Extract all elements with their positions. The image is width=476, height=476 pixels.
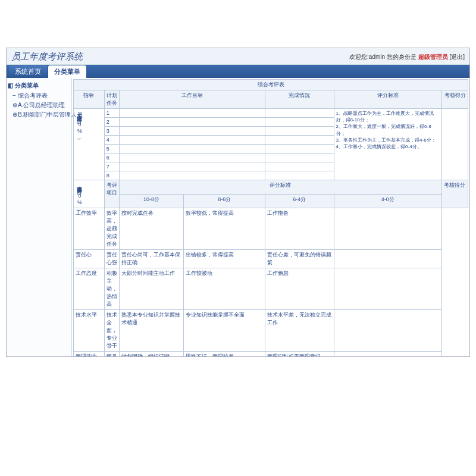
plus-icon[interactable]: ⊕ (12, 111, 18, 118)
item-cell: 预见性强，管理规范 (104, 352, 119, 357)
sidebar: ◧ 分类菜单 −综合考评表 ⊕A.公司总经理助理 ⊕B.职能部门中层管理人员 (7, 78, 72, 356)
item-cell: 专业知识技能掌握不全面 (184, 310, 265, 352)
tab-category-menu[interactable]: 分类菜单 (48, 65, 86, 78)
evaluation-table: 综合考评表 指标 计划任务 工作目标 完成情况 评分标准 考核得分 工作业绩考评… (73, 79, 468, 356)
item-row: 工作态度积极主动，热情高大部分时间能主动工作工作较被动工作懈怠 (74, 268, 468, 310)
plus-icon[interactable]: ⊕ (12, 102, 18, 108)
item-cell: 工作较被动 (184, 268, 265, 310)
item-cell: 思路不清，管理较差 (184, 352, 265, 357)
tab-home[interactable]: 系统首页 (9, 65, 47, 78)
item-cell: 工作拖沓 (265, 208, 334, 250)
item-score-cell[interactable] (334, 352, 441, 357)
item-cell: 技术水平差，无法独立完成工作 (265, 310, 334, 352)
sidebar-node-1[interactable]: ⊕A.公司总经理助理 (8, 101, 70, 110)
col-score: 考核得分 (442, 90, 468, 109)
item-cell: 工作懈怠 (265, 268, 334, 310)
plan-complete-cell[interactable] (265, 109, 334, 118)
user-role: 超级管理员 (418, 54, 448, 60)
col-completion: 完成情况 (265, 90, 334, 109)
item-cell: 责任心差，可避免的错误频繁 (265, 250, 334, 268)
item-cell: 计划明确，组织清晰 (119, 352, 184, 357)
col-indicator: 指标 (74, 90, 105, 109)
score-cell[interactable] (442, 109, 468, 180)
header-bar: 员工年度考评系统 欢迎您:admin 您的身份是 超级管理员 [退出] (7, 48, 469, 65)
item-row: 工作效率效率高，超额完成任务按时完成任务效率较低，常得提高工作拖沓 (74, 208, 468, 250)
item-cell: 责任心强 (104, 250, 119, 268)
item-name: 工作态度 (74, 268, 105, 310)
tree-icon: ◧ (8, 82, 13, 89)
item-name: 工作效率 (74, 208, 105, 250)
item-score-cell[interactable] (334, 268, 441, 310)
app-title: 员工年度考评系统 (11, 51, 83, 62)
band-1: 8-6分 (184, 194, 265, 208)
col-item: 考评项目 (104, 180, 119, 208)
item-cell: 管理混乱或无管理意识 (265, 352, 334, 357)
criteria-text: 1、战略重点工作为主，工作难度大，完成情况好，得8-10分； 2、工作量大，难度… (334, 109, 441, 180)
minus-icon[interactable]: − (12, 92, 18, 99)
plan-goal-cell[interactable] (119, 109, 265, 118)
item-cell: 大部分时间能主动工作 (119, 268, 184, 310)
item-score-cell[interactable] (334, 310, 441, 352)
side-label-performance: 工作业绩考评（占60%） (74, 109, 105, 180)
welcome-text: 欢迎您:admin 您的身份是 超级管理员 [退出] (349, 53, 465, 61)
col-score2: 考核得分 (441, 180, 468, 208)
item-name: 责任心 (74, 250, 105, 268)
item-row: 责任心责任心强责任心尚可，工作基本保持正确出错较多，常得提高责任心差，可避免的错… (74, 250, 468, 268)
sidebar-header: ◧ 分类菜单 (8, 80, 70, 91)
item-cell: 积极主动，热情高 (104, 268, 119, 310)
item-cell: 效率高，超额完成任务 (104, 208, 119, 250)
logout-link[interactable]: [退出] (449, 54, 465, 60)
item-row: 管理能力预见性强，管理规范计划明确，组织清晰思路不清，管理较差管理混乱或无管理意… (74, 352, 468, 357)
col-goal: 工作目标 (119, 90, 265, 109)
item-cell: 责任心尚可，工作基本保持正确 (119, 250, 184, 268)
item-cell: 出错较多，常得提高 (184, 250, 265, 268)
band-3: 4-0分 (334, 194, 441, 208)
item-score-cell[interactable] (334, 208, 441, 250)
side-label-quality: 综合素质考评（占40%） (74, 180, 105, 208)
sidebar-node-2[interactable]: ⊕B.职能部门中层管理人员 (8, 110, 70, 120)
item-score-cell[interactable] (334, 250, 441, 268)
table-title: 综合考评表 (74, 80, 468, 90)
item-cell: 效率较低，常得提高 (184, 208, 265, 250)
item-cell: 技术全面，专业骨干 (104, 310, 119, 352)
plan-row-num: 1 (104, 109, 119, 118)
item-cell: 按时完成任务 (119, 208, 184, 250)
col-criteria2: 评分标准 (119, 180, 441, 195)
col-criteria: 评分标准 (334, 90, 441, 109)
item-name: 技术水平 (74, 310, 105, 352)
col-plan: 计划任务 (104, 90, 119, 109)
item-cell: 熟悉本专业知识并掌握技术精通 (119, 310, 184, 352)
item-row: 技术水平技术全面，专业骨干熟悉本专业知识并掌握技术精通专业知识技能掌握不全面技术… (74, 310, 468, 352)
band-0: 10-8分 (119, 194, 184, 208)
tab-bar: 系统首页 分类菜单 (7, 65, 469, 78)
sidebar-node-0[interactable]: −综合考评表 (8, 91, 70, 101)
band-2: 6-4分 (265, 194, 334, 208)
content-area: 综合考评表 指标 计划任务 工作目标 完成情况 评分标准 考核得分 工作业绩考评… (72, 78, 469, 356)
item-name: 管理能力 (74, 352, 105, 357)
